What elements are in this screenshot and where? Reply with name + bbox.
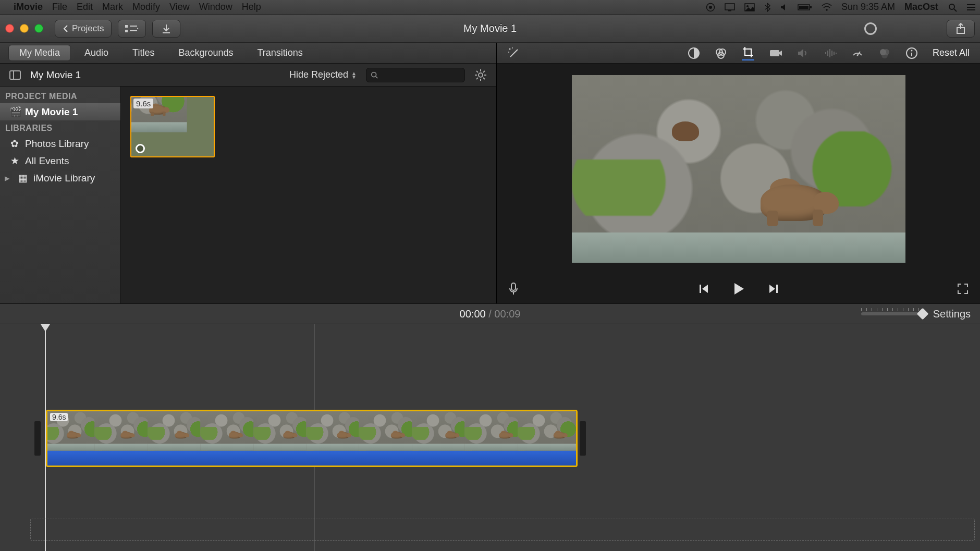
tab-audio[interactable]: Audio xyxy=(74,45,119,60)
svg-rect-16 xyxy=(125,30,128,32)
timeline-clip[interactable]: 9.6s xyxy=(46,410,578,467)
zoom-slider-knob[interactable] xyxy=(916,308,928,320)
macos-menubar: iMovie File Edit Mark Modify View Window… xyxy=(0,0,980,15)
flower-icon: ✿ xyxy=(9,138,20,150)
sidebar-section-project-media: PROJECT MEDIA xyxy=(0,89,120,103)
svg-rect-58 xyxy=(776,285,778,293)
clip-handle-right[interactable] xyxy=(580,421,586,456)
stabilization-button[interactable] xyxy=(769,48,782,58)
zoom-window-button[interactable] xyxy=(34,24,43,33)
next-button[interactable] xyxy=(767,283,780,295)
sidebar-item-project[interactable]: 🎬 My Movie 1 xyxy=(0,103,120,120)
back-to-projects-button[interactable]: Projects xyxy=(55,20,112,38)
volume-icon[interactable] xyxy=(780,3,788,11)
window-title: My Movie 1 xyxy=(463,22,517,34)
stepper-icon: ▲▼ xyxy=(351,71,357,79)
timeline-settings-button[interactable]: Settings xyxy=(933,308,971,320)
filter-label: Hide Rejected xyxy=(289,69,348,80)
sidebar-section-libraries: LIBRARIES xyxy=(0,120,120,135)
menubar-file[interactable]: File xyxy=(52,2,67,13)
play-button[interactable] xyxy=(731,281,746,297)
svg-point-5 xyxy=(746,5,749,7)
sidebar-item-photos-library[interactable]: ✿ Photos Library xyxy=(0,135,120,152)
clip-handle-left[interactable] xyxy=(34,421,41,456)
menubar-window[interactable]: Window xyxy=(199,2,232,13)
share-button[interactable] xyxy=(947,20,975,38)
svg-rect-7 xyxy=(810,6,812,8)
notification-center-icon[interactable] xyxy=(966,3,976,11)
svg-line-32 xyxy=(510,50,518,57)
sidebar: PROJECT MEDIA 🎬 My Movie 1 LIBRARIES ✿ P… xyxy=(0,87,121,303)
fullscreen-button[interactable] xyxy=(957,283,969,295)
sidebar-item-label: All Events xyxy=(25,155,69,167)
transport-controls xyxy=(497,274,980,303)
clip-filter-button[interactable] xyxy=(878,47,891,59)
tab-transitions[interactable]: Transitions xyxy=(247,45,313,60)
clip-audio-track[interactable] xyxy=(47,450,576,466)
svg-rect-2 xyxy=(725,4,734,10)
timeline-clip-duration-badge: 9.6s xyxy=(50,413,68,421)
menubar-mark[interactable]: Mark xyxy=(102,2,123,13)
menubar-clock[interactable]: Sun 9:35 AM xyxy=(841,2,895,13)
preview-viewer[interactable] xyxy=(572,75,905,263)
sidebar-item-all-events[interactable]: ★ All Events xyxy=(0,152,120,169)
previous-button[interactable] xyxy=(697,283,710,295)
svg-line-29 xyxy=(483,78,485,79)
grid-icon: ▦ xyxy=(18,172,28,184)
zoom-slider[interactable] xyxy=(861,312,924,315)
activity-indicator-icon xyxy=(864,22,877,35)
svg-rect-3 xyxy=(728,10,731,11)
close-window-button[interactable] xyxy=(5,24,14,33)
recording-icon[interactable] xyxy=(706,3,715,12)
timeline-header: 00:00 / 00:09 Settings xyxy=(0,303,980,324)
timeline[interactable]: 9.6s xyxy=(0,324,980,551)
minimize-window-button[interactable] xyxy=(20,24,29,33)
menubar-help[interactable]: Help xyxy=(242,2,261,13)
disclosure-triangle-icon[interactable]: ▸ xyxy=(2,172,13,184)
info-button[interactable] xyxy=(905,47,918,59)
display-icon[interactable] xyxy=(725,3,735,11)
toggle-sidebar-button[interactable] xyxy=(9,70,21,80)
menubar-modify[interactable]: Modify xyxy=(132,2,160,13)
browser-settings-button[interactable] xyxy=(474,69,487,81)
svg-point-48 xyxy=(856,54,858,56)
wifi-icon[interactable] xyxy=(822,3,832,11)
menubar-user[interactable]: MacOst xyxy=(904,2,938,13)
sidebar-project-label: My Movie 1 xyxy=(25,106,78,118)
favorite-marker-icon[interactable] xyxy=(136,144,145,153)
search-field[interactable] xyxy=(381,71,460,79)
battery-icon[interactable] xyxy=(798,4,812,11)
library-list-toggle-button[interactable] xyxy=(118,20,146,38)
menubar-app[interactable]: iMovie xyxy=(14,2,43,13)
color-correction-button[interactable] xyxy=(715,47,727,59)
menubar-view[interactable]: View xyxy=(169,2,190,13)
reset-all-button[interactable]: Reset All xyxy=(933,47,970,58)
svg-rect-55 xyxy=(511,283,516,290)
sidebar-item-imovie-library[interactable]: ▸ ▦ iMovie Library xyxy=(0,169,120,187)
filter-dropdown[interactable]: Hide Rejected ▲▼ xyxy=(289,69,357,80)
import-button[interactable] xyxy=(152,20,180,38)
search-input[interactable] xyxy=(366,68,465,82)
spotlight-icon[interactable] xyxy=(948,3,957,12)
tab-backgrounds[interactable]: Backgrounds xyxy=(168,45,243,60)
svg-point-51 xyxy=(881,52,888,58)
volume-button[interactable] xyxy=(797,48,810,58)
bluetooth-icon[interactable] xyxy=(764,3,770,12)
tab-titles[interactable]: Titles xyxy=(122,45,165,60)
noise-reduction-button[interactable] xyxy=(824,48,837,58)
crop-button[interactable] xyxy=(742,46,754,60)
voiceover-button[interactable] xyxy=(508,282,519,296)
svg-line-22 xyxy=(376,76,378,78)
empty-audio-track[interactable] xyxy=(30,519,975,541)
enhance-wand-button[interactable] xyxy=(507,46,521,60)
svg-point-1 xyxy=(709,6,712,9)
tab-my-media[interactable]: My Media xyxy=(8,45,71,61)
color-balance-button[interactable] xyxy=(688,47,700,59)
menubar-edit[interactable]: Edit xyxy=(77,2,93,13)
clip-filmstrip xyxy=(47,411,576,450)
media-browser[interactable]: 9.6s xyxy=(121,87,496,303)
clip-thumbnail[interactable]: 9.6s xyxy=(130,96,215,157)
speed-button[interactable] xyxy=(851,47,864,59)
star-icon: ★ xyxy=(9,155,20,167)
picture-icon[interactable] xyxy=(744,3,755,11)
